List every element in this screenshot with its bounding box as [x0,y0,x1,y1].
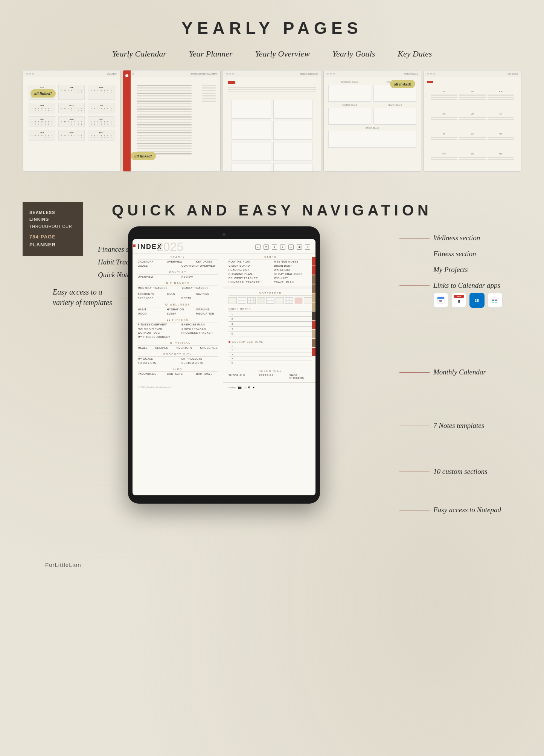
index-item-meeting[interactable]: MEETING NOTES [274,260,312,263]
index-item-groceries[interactable]: GROCERIES [200,347,218,349]
index-item-monthly-fin[interactable]: MONTHLY FINANCES [138,287,174,289]
index-row: GOALS QUARTERLY OVERVIEW [133,264,223,268]
index-section-finances: ✪ FINANCES MONTHLY FINANCES YEARLY FINAN… [133,279,223,301]
index-item-bills[interactable]: BILLS [167,293,188,295]
note-box-5[interactable] [266,297,274,304]
index-item-quarterly[interactable]: QUARTERLY OVERVIEW [181,264,218,267]
note-box-4[interactable] [257,297,265,304]
toolbar-icon-7[interactable]: ✏ [305,244,310,250]
note-box-9[interactable] [304,297,312,304]
index-item-hydration[interactable]: HYDRATION [167,308,188,311]
index-item-birthdays[interactable]: BIRTHDAYS [196,373,218,375]
toolbar-icon-1[interactable]: ⌕ [255,244,261,250]
index-item-calendar[interactable]: CALENDAR [138,260,159,263]
index-item-key-dates[interactable]: KEY DATES [196,260,218,263]
index-item-nutrition[interactable]: NUTRITION PLAN [138,327,174,330]
index-item-m-review[interactable]: REVIEW [181,275,218,278]
outlook-icon[interactable]: Ol [469,293,485,308]
index-item-meals[interactable]: MEALS [138,347,148,349]
index-item-overview[interactable]: OVERVIEW [167,260,188,263]
index-item-tutorials[interactable]: TUTORIALS [229,374,251,379]
reminders-icon[interactable] [488,293,503,308]
index-section-quick-notes: QUICK NOTES 1 2 3 4 [223,306,315,339]
index-item-goals[interactable]: GOALS [138,264,174,267]
index-item-vision[interactable]: VISION BOARD [229,264,267,267]
note-box-grid[interactable] [247,297,256,304]
note-box-6[interactable] [276,297,284,304]
toolbar-icon-3[interactable]: ✦ [272,244,277,250]
index-section-productivity: PRODUCTIVITY MY GOALS MY PROJECTS TO DO … [133,351,223,366]
nav-yearly-overview[interactable]: Yearly Overview [255,49,310,59]
index-row: TO DO LISTS CUSTOM LISTS [133,361,223,365]
planner-line [137,98,192,99]
note-box-7[interactable] [285,297,293,304]
planner-line [137,127,192,128]
index-item-travel[interactable]: TRAVEL PLAN [274,281,312,284]
toolbar-icon-4[interactable]: ℹ [280,244,285,250]
ios-calendar-icon[interactable]: THU 8 [451,293,466,308]
index-item-inventory[interactable]: INVENTORY [175,347,192,349]
svg-rect-2 [437,297,444,299]
index-item-contacts[interactable]: CONTACTS [167,373,188,375]
index-item-custom-lists[interactable]: CUSTOM LISTS [181,362,218,364]
google-calendar-icon[interactable]: 31 [433,293,448,308]
toolbar-icon-2[interactable]: ◫ [264,244,269,250]
index-item-delivery[interactable]: DELIVERY TRACKER [229,277,267,279]
note-box-blank[interactable] [229,297,237,304]
index-item-30day[interactable]: 30 DAY CHALLENGE [274,273,312,275]
annotation-calendar-links: Links to Calendar apps [399,281,503,290]
tablet-bottom-bar [133,495,315,499]
index-item-yearly-fin[interactable]: YEARLY FINANCES [181,287,218,289]
index-item-workout[interactable]: WORKOUT LOG [138,331,174,334]
planner-line-right [202,93,216,94]
index-item-medication[interactable]: MEDICATION [196,312,218,315]
nav-yearly-calendar[interactable]: Yearly Calendar [112,49,166,59]
social-other2[interactable]: ● [253,386,254,389]
social-other[interactable]: ⊕ [248,386,250,389]
index-item-fitness-ov[interactable]: FITNESS OVERVIEW [138,323,174,326]
index-item-todo[interactable]: TO DO LISTS [138,362,174,364]
index-item-routine[interactable]: ROUTINE PLAN [229,260,267,263]
index-item-freebies[interactable]: FREEBIES [259,374,282,379]
nav-yearly-goals[interactable]: Yearly Goals [332,49,375,59]
social-tiktok[interactable]: ♪ [244,386,245,389]
toolbar-icon-5[interactable]: ⋯ [288,244,294,250]
index-item-brain[interactable]: BRAIN DUMP [274,264,312,267]
index-item-progress[interactable]: PROGRESS TRACKER [181,331,218,334]
index-row: HABIT HYDRATION VITAMINS [133,307,223,312]
index-item-exercise[interactable]: EXERCISE PLAN [181,323,218,326]
index-item-my-goals[interactable]: MY GOALS [138,357,174,360]
index-row: UNIVERSAL TRACKER TRAVEL PLAN [223,280,315,284]
toolbar-icon-6[interactable]: ⊞ [297,244,302,250]
copyright-text [133,379,223,385]
index-item-m-overview[interactable]: OVERVIEW [138,275,174,278]
index-item-steps[interactable]: STEPS TRACKER [181,327,218,330]
index-item-debts[interactable]: DEBTS [181,297,218,299]
note-box-8[interactable] [294,297,303,304]
note-box-lines[interactable] [238,297,246,304]
index-item-wishlist[interactable]: WISHLIST [274,277,312,279]
nav-key-dates[interactable]: Key Dates [398,49,432,59]
nav-year-planner[interactable]: Year Planner [189,49,233,59]
index-item-universal[interactable]: UNIVERSAL TRACKER [229,281,267,284]
planner-line [137,130,192,131]
index-item-my-projects[interactable]: MY PROJECTS [181,357,218,360]
index-item-sleep[interactable]: SLEEP [167,312,188,315]
index-item-recipes[interactable]: RECIPES [155,347,168,349]
index-item-mood[interactable]: MOOD [138,312,159,315]
social-instagram[interactable]: 📷 [238,386,242,389]
index-item-stickers[interactable]: SHOP STICKERS [289,374,312,379]
finances-header: ✪ FINANCES [133,280,223,286]
index-item-accounts[interactable]: ACCOUNTS [138,293,159,295]
index-item-reading[interactable]: READING LIST [229,269,267,271]
index-item-savings[interactable]: SAVINGS [196,293,218,295]
index-item-fitness-journey[interactable]: MY FITNESS JOURNEY [138,336,218,338]
index-item-vitamins[interactable]: VITAMINS [196,308,218,311]
index-item-passwords[interactable]: PASSWORDS [138,373,159,375]
index-item-expenses[interactable]: EXPENSES [138,297,174,299]
index-item-cleaning[interactable]: CLEANING PLAN [229,273,267,275]
calendar-app-icons: 31 THU 8 O [399,293,503,308]
left-annotation-text: Easy access to a variety of templates [53,287,117,308]
index-item-watchlist[interactable]: WATCHLIST [274,269,312,271]
index-item-habit[interactable]: HABIT [138,308,159,311]
